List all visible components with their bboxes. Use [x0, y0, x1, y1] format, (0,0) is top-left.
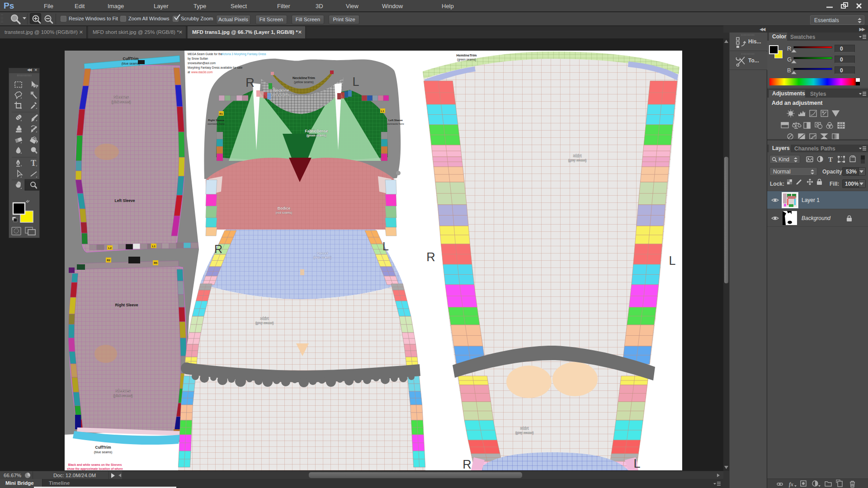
- svg-text:Corset: Corset: [316, 251, 328, 255]
- svg-text:Right Sleeve: Right Sleeve: [208, 119, 225, 122]
- svg-text:FabricDense: FabricDense: [305, 129, 328, 133]
- svg-text:Sleeves: Sleeves: [115, 389, 131, 393]
- svg-text:fx: fx: [789, 481, 793, 488]
- svg-text:L1: L1: [152, 245, 156, 248]
- svg-text:HemlineTrim: HemlineTrim: [456, 53, 476, 57]
- svg-text:Neckline: Neckline: [274, 88, 289, 93]
- svg-text:(pink seams): (pink seams): [112, 100, 131, 104]
- svg-text:Morphing Fantasy Dress availab: Morphing Fantasy Dress available for sal…: [188, 66, 243, 70]
- svg-text:R: R: [462, 458, 472, 470]
- svg-text:T: T: [31, 159, 36, 168]
- svg-text:L: L: [382, 240, 389, 253]
- svg-text:R: R: [214, 243, 222, 255]
- svg-text:(pink seams): (pink seams): [113, 394, 133, 398]
- svg-text:(blue seams): (blue seams): [94, 450, 112, 454]
- svg-text:R2: R2: [107, 259, 110, 262]
- svg-text:www.das3d.com: www.das3d.com: [191, 70, 212, 74]
- svg-text:MEGA Seam Guide for the: MEGA Seam Guide for the: [188, 52, 222, 56]
- svg-text:(gray seams): (gray seams): [255, 321, 274, 325]
- svg-text:Black and white seams on the S: Black and white seams on the Sleeves: [68, 463, 122, 466]
- svg-text:at: at: [188, 70, 190, 74]
- svg-text:connects here: connects here: [387, 122, 404, 125]
- svg-text:NecklineTrim: NecklineTrim: [292, 76, 315, 80]
- svg-text:(green seams): (green seams): [457, 58, 476, 61]
- svg-text:show the approximate location: show the approximate location of where: [67, 467, 123, 470]
- svg-text:R5: R5: [154, 262, 157, 264]
- svg-text:(grey seams): (grey seams): [272, 93, 290, 97]
- svg-text:L: L: [669, 254, 675, 267]
- svg-text:Bodice: Bodice: [278, 206, 291, 211]
- svg-text:R: R: [245, 76, 255, 89]
- svg-text:connects here: connects here: [208, 122, 225, 125]
- svg-text:(green seams): (green seams): [307, 134, 326, 137]
- svg-text:(blue seams): (blue seams): [122, 62, 140, 66]
- svg-text:(red seams): (red seams): [276, 211, 292, 215]
- svg-text:(grey seams): (grey seams): [568, 159, 586, 162]
- svg-text:Right Sleeve: Right Sleeve: [115, 303, 138, 307]
- svg-text:L: L: [633, 457, 640, 470]
- svg-text:CuffTrim: CuffTrim: [123, 56, 139, 61]
- svg-text:L2: L2: [108, 247, 112, 249]
- svg-text:snowsultan@aol.com: snowsultan@aol.com: [188, 61, 216, 65]
- svg-text:L: L: [352, 75, 359, 89]
- svg-text:(blue seams): (blue seams): [313, 256, 331, 259]
- svg-text:(yellow seams): (yellow seams): [294, 80, 313, 84]
- svg-text:Left Sleeve: Left Sleeve: [388, 119, 403, 122]
- svg-text:Skirt: Skirt: [520, 426, 529, 431]
- svg-text:R: R: [426, 250, 435, 264]
- svg-text:by Snow Sultan: by Snow Sultan: [188, 57, 208, 61]
- svg-text:Skirt: Skirt: [573, 154, 582, 158]
- svg-text:R1: R1: [219, 113, 223, 115]
- svg-text:Skirt: Skirt: [260, 316, 269, 321]
- svg-text:CuffTrim: CuffTrim: [95, 445, 111, 450]
- svg-text:L1: L1: [381, 110, 384, 113]
- svg-text:(grey seams): (grey seams): [515, 431, 533, 435]
- svg-text:Left Sleeve: Left Sleeve: [115, 198, 135, 203]
- svg-text:Victoria 3 Morphing Fantasy Dr: Victoria 3 Morphing Fantasy Dress: [221, 52, 266, 56]
- svg-text:Sleeves: Sleeves: [113, 95, 129, 99]
